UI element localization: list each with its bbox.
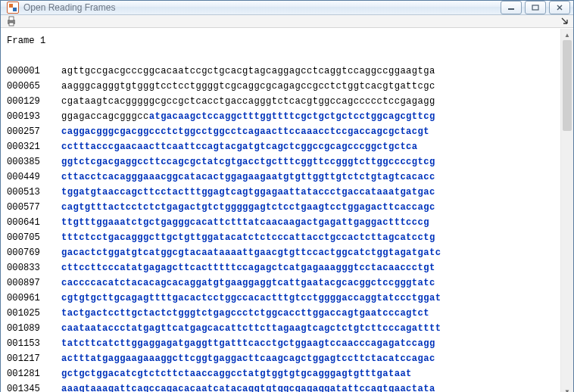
sequence-text: gacactctggatgtcatggcgtacaataaaattgaacgtg… (61, 245, 441, 260)
dock-arrow-icon[interactable] (561, 17, 569, 25)
maximize-button[interactable] (525, 1, 546, 14)
position-label: 000257 (7, 124, 61, 139)
orf-segment: tggatgtaaccagcttcctactttggagtcagtggagaat… (61, 187, 435, 198)
sequence-text: ggtctcgacgaggccttccagcgctatcgtgacctgcttt… (61, 154, 435, 170)
position-label: 000001 (7, 64, 61, 79)
svg-rect-1 (532, 5, 538, 10)
sequence-row: 000769gacactctggatgtcatggcgtacaataaaattg… (7, 245, 559, 260)
sequence-text: cttccttcccatatgagagcttcactttttccagagctca… (61, 260, 435, 275)
sequence-row: 001281gctgctggacatcgtctcttctaaccaggcctat… (7, 366, 559, 381)
sequence-row: 001153tatcttcatcttggaggagatgaggttgatttca… (7, 336, 559, 351)
orf-segment: gctgctggacatcgtctcttctaaccaggcctatgtggtg… (61, 369, 412, 379)
position-label: 000513 (7, 185, 61, 200)
svg-rect-6 (9, 23, 14, 26)
scroll-down-icon[interactable]: ▼ (563, 387, 572, 392)
sequence-row: 000385ggtctcgacgaggccttccagcgctatcgtgacc… (7, 154, 559, 170)
position-label: 000897 (7, 275, 61, 291)
plain-segment: aagggcagggtgtgggtcctcctggggtcgcaggcgcaga… (61, 81, 435, 92)
sequence-text: cgtgtgcttgcagagttttgacactcctggccacactttg… (61, 291, 441, 306)
position-label: 000065 (7, 79, 61, 94)
position-label: 001025 (7, 306, 61, 321)
sequence-row: 000833cttccttcccatatgagagcttcactttttccag… (7, 260, 559, 275)
orf-segment: ggtctcgacgaggccttccagcgctatcgtgacctgcttt… (61, 157, 435, 167)
vscroll-track[interactable] (561, 40, 573, 387)
sequence-text: tggatgtaaccagcttcctactttggagtcagtggagaat… (61, 185, 435, 200)
position-label: 001345 (7, 381, 61, 392)
content-area: Frame 1000001agttgccgacgcccggcacaatccgct… (1, 28, 573, 392)
sequence-text: tatcttcatcttggaggagatgaggttgatttcacctgct… (61, 336, 435, 351)
sequence-row: 001025tactgactccttgctactctgggtctgagccctc… (7, 306, 559, 321)
orf-segment: atgacaagctccaggctttggttttcgctgctgctcctgg… (149, 111, 435, 122)
sequence-row: 000193ggagaccagcgggccatgacaagctccaggcttt… (7, 109, 559, 124)
sequence-row: 000897caccccacatctacacagcacaggatgtgaagga… (7, 275, 559, 291)
scroll-up-icon[interactable]: ▲ (563, 30, 572, 40)
sequence-text: cctttacccgaacaacttcaattccagtacgatgtcagct… (61, 139, 418, 154)
sequence-text: aaagtaaagattcagccagacacaatcatacaggtgtggc… (61, 381, 435, 392)
sequence-text: cttacctcacagggaaacggcatacactggagaagaatgt… (61, 170, 435, 185)
sequence-row: 001217actttatgaggaagaaaggcttcggtgaggactt… (7, 351, 559, 366)
sequence-text: caccccacatctacacagcacaggatgtgaaggaggtcat… (61, 275, 435, 291)
svg-rect-0 (508, 8, 514, 10)
sequence-row: 000577cagtgtttactcctctctgagactgtctggggga… (7, 200, 559, 215)
position-label: 001153 (7, 336, 61, 351)
sequence-row: 000641ttgtttggaaatctgctgagggcacattctttat… (7, 215, 559, 230)
sequence-row: 000001agttgccgacgcccggcacaatccgctgcacgta… (7, 64, 559, 79)
sequence-text: cagtgtttactcctctctgagactgtctgggggagtctcc… (61, 200, 435, 215)
sequence-row: 000513tggatgtaaccagcttcctactttggagtcagtg… (7, 185, 559, 200)
plain-segment: agttgccgacgcccggcacaatccgctgcacgtagcagga… (61, 66, 435, 76)
orf-segment: caccccacatctacacagcacaggatgtgaaggaggtcat… (61, 278, 435, 288)
sequence-row: 000257caggacgggcgacggccctctggcctggcctcag… (7, 124, 559, 139)
close-button[interactable] (549, 1, 570, 14)
sequence-text: aagggcagggtgtgggtcctcctggggtcgcaggcgcaga… (61, 79, 435, 94)
position-label: 000961 (7, 291, 61, 306)
orf-segment: caggacgggcgacggccctctggcctggcctcagaacttc… (61, 126, 429, 137)
sequence-text: ggagaccagcgggccatgacaagctccaggctttggtttt… (61, 109, 435, 124)
position-label: 000705 (7, 230, 61, 245)
position-label: 001217 (7, 351, 61, 366)
position-label: 000449 (7, 170, 61, 185)
frame-header: Frame 1 (7, 33, 559, 48)
sequence-row: 000129cgataagtcacgggggcgccgctcacctgaccag… (7, 94, 559, 109)
position-label: 001089 (7, 321, 61, 336)
window-title: Open Reading Frames (23, 2, 496, 13)
sequence-text: agttgccgacgcccggcacaatccgctgcacgtagcagga… (61, 64, 435, 79)
orf-segment: ttgtttggaaatctgctgagggcacattctttatcaacaa… (61, 217, 429, 228)
sequence-row: 000961cgtgtgcttgcagagttttgacactcctggccac… (7, 291, 559, 306)
sequence-viewer: Frame 1000001agttgccgacgcccggcacaatccgct… (1, 29, 560, 392)
vertical-scrollbar[interactable]: ▲ ▼ (560, 29, 573, 392)
app-icon (7, 2, 19, 14)
orf-segment: gacactctggatgtcatggcgtacaataaaattgaacgtg… (61, 247, 441, 258)
sequence-text: actttatgaggaagaaaggcttcggtgaggacttcaagca… (61, 351, 435, 366)
toolbar (1, 15, 573, 28)
plain-segment: cgataagtcacgggggcgccgctcacctgaccagggtctc… (61, 96, 435, 107)
orf-segment: tactgactccttgctactctgggtctgagccctctggcac… (61, 308, 429, 319)
print-icon[interactable] (5, 15, 17, 27)
window-buttons (501, 1, 570, 14)
sequence-text: tttctcctgacagggcttgctgttggatacatctctccca… (61, 230, 435, 245)
sequence-text: caataataccctatgagttcatgagcacattcttcttaga… (61, 321, 441, 336)
sequence-row: 000321cctttacccgaacaacttcaattccagtacgatg… (7, 139, 559, 154)
sequence-text: caggacgggcgacggccctctggcctggcctcagaacttc… (61, 124, 429, 139)
vscroll-thumb[interactable] (563, 40, 572, 131)
orf-segment: actttatgaggaagaaaggcttcggtgaggacttcaagca… (61, 353, 435, 364)
app-window: Open Reading Frames (0, 0, 574, 392)
orf-segment: tatcttcatcttggaggagatgaggttgatttcacctgct… (61, 338, 435, 349)
position-label: 000833 (7, 260, 61, 275)
sequence-row: 001345aaagtaaagattcagccagacacaatcatacagg… (7, 381, 559, 392)
position-label: 001281 (7, 366, 61, 381)
orf-segment: cttacctcacagggaaacggcatacactggagaagaatgt… (61, 172, 435, 182)
sequence-text: cgataagtcacgggggcgccgctcacctgaccagggtctc… (61, 94, 435, 109)
sequence-row: 000065aagggcagggtgtgggtcctcctggggtcgcagg… (7, 79, 559, 94)
orf-segment: tttctcctgacagggcttgctgttggatacatctctccca… (61, 232, 435, 243)
position-label: 000193 (7, 109, 61, 124)
sequence-row: 001089caataataccctatgagttcatgagcacattctt… (7, 321, 559, 336)
titlebar[interactable]: Open Reading Frames (1, 1, 573, 15)
orf-segment: cttccttcccatatgagagcttcactttttccagagctca… (61, 263, 435, 273)
minimize-button[interactable] (501, 1, 522, 14)
sequence-row: 000449cttacctcacagggaaacggcatacactggagaa… (7, 170, 559, 185)
position-label: 000577 (7, 200, 61, 215)
position-label: 000641 (7, 215, 61, 230)
sequence-text: tactgactccttgctactctgggtctgagccctctggcac… (61, 306, 429, 321)
sequence-row: 000705tttctcctgacagggcttgctgttggatacatct… (7, 230, 559, 245)
sequence-text: ttgtttggaaatctgctgagggcacattctttatcaacaa… (61, 215, 429, 230)
